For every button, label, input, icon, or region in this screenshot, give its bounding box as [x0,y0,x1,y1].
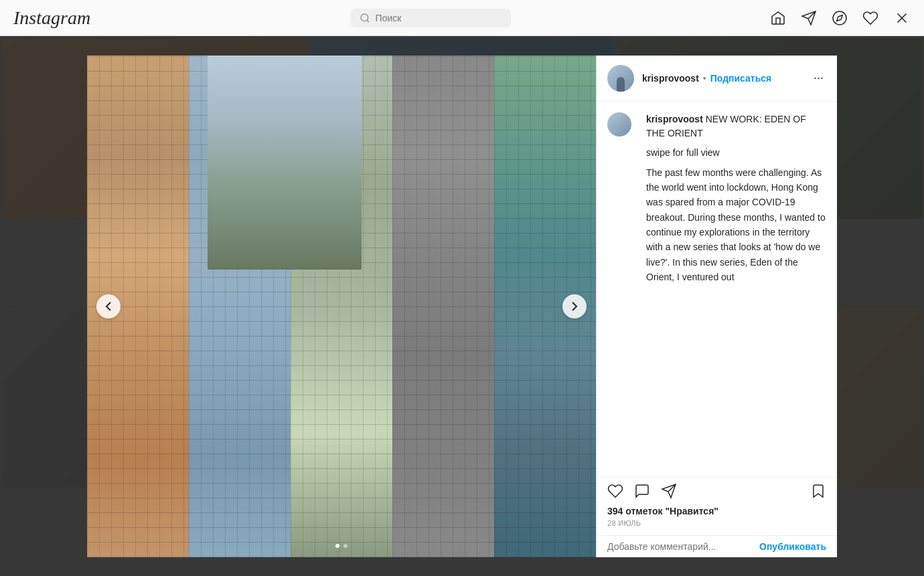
search-icon [360,13,370,23]
mountain-background [208,56,362,270]
share-button[interactable] [661,483,677,503]
svg-point-2 [833,11,846,25]
comment-input[interactable] [607,541,759,552]
heart-icon[interactable] [862,10,878,26]
post-header-info: krisprovoost • Подписаться [642,73,811,84]
send-icon[interactable] [801,10,817,26]
avatar [607,65,634,92]
modal-content: krisprovoost • Подписаться ··· krisprovo… [87,56,837,557]
dot-1 [335,544,339,548]
building-col-4 [392,56,494,557]
post-side-panel: krisprovoost • Подписаться ··· krisprovo… [596,56,837,557]
like-button[interactable] [607,483,623,503]
swipe-hint-text: swipe for full view [646,146,826,160]
header-nav-icons [770,9,911,27]
app-header: Instagram [0,0,924,36]
post-modal: krisprovoost • Подписаться ··· krisprovo… [0,36,924,576]
search-input[interactable] [376,13,502,23]
dot-separator: • [703,73,706,84]
app-logo: Instagram [13,7,90,29]
follow-button[interactable]: Подписаться [710,73,772,84]
post-image-area [87,56,596,557]
close-icon[interactable] [893,9,911,27]
bookmark-button[interactable] [810,483,826,503]
svg-marker-3 [837,15,842,20]
publish-button[interactable]: Опубликовать [759,541,826,552]
prev-arrow[interactable] [96,294,121,318]
more-options-button[interactable]: ··· [811,71,826,85]
svg-line-1 [367,20,369,22]
post-header: krisprovoost • Подписаться ··· [597,56,837,102]
likes-count: 394 отметок "Нравится" [607,503,826,519]
pagination-dots [335,544,348,548]
next-arrow[interactable] [562,294,587,318]
search-bar[interactable] [350,9,511,27]
home-icon[interactable] [770,10,786,26]
compass-icon[interactable] [832,10,848,26]
action-bar: 394 отметок "Нравится" 28 ИЮЛЬ [597,477,837,535]
caption-row: krisprovoost NEW WORK: EDEN OF THE ORIEN… [607,112,826,285]
svg-point-0 [361,14,368,21]
post-date: 28 ИЮЛЬ [607,519,826,533]
post-body: krisprovoost NEW WORK: EDEN OF THE ORIEN… [597,102,837,477]
avatar-figure [617,77,625,92]
action-icons-row [607,483,826,503]
caption-text: krisprovoost NEW WORK: EDEN OF THE ORIEN… [646,112,826,285]
post-username: krisprovoost [642,73,699,84]
caption-avatar [607,112,631,136]
caption-username: krisprovoost [646,114,703,124]
dot-2 [343,544,348,548]
full-caption-text: The past few months were challenging. As… [646,165,826,285]
comment-input-area: Опубликовать [597,535,837,557]
comment-button[interactable] [634,483,650,503]
